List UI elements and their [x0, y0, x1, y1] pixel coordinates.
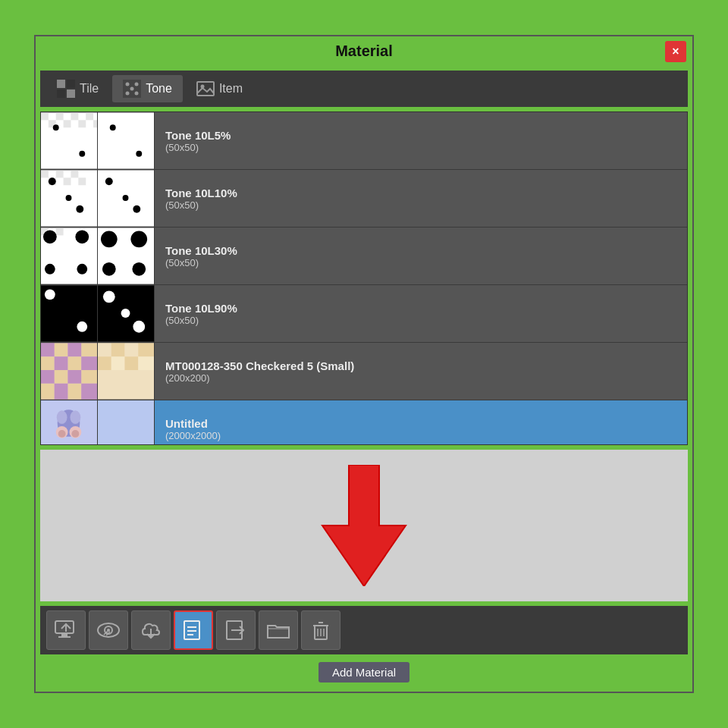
item-previews	[41, 343, 155, 400]
item-name: Tone 10L90%	[165, 302, 237, 315]
item-name: Tone 10L30%	[165, 244, 237, 257]
svg-rect-66	[68, 356, 82, 370]
svg-rect-67	[81, 356, 97, 370]
dialog-body: Tile Tone	[36, 66, 692, 692]
svg-rect-71	[81, 370, 97, 384]
svg-point-45	[45, 264, 55, 275]
svg-rect-16	[86, 113, 93, 121]
add-material-button[interactable]	[174, 610, 213, 650]
svg-point-53	[45, 289, 55, 300]
svg-rect-10	[197, 82, 214, 96]
svg-point-92	[71, 430, 79, 438]
material-dialog: Material × Tile	[34, 35, 694, 693]
item-size: (50x50)	[165, 199, 237, 211]
svg-point-38	[133, 206, 140, 213]
svg-rect-73	[55, 384, 68, 400]
svg-rect-70	[68, 370, 82, 384]
svg-point-44	[75, 230, 89, 243]
item-info: Untitled (2000x2000)	[155, 411, 231, 445]
arrow-indicator	[318, 465, 410, 586]
item-size: (50x50)	[165, 257, 237, 268]
import-view-button[interactable]	[89, 610, 128, 650]
svg-rect-0	[57, 80, 65, 88]
item-previews	[41, 285, 155, 342]
preview-2	[98, 400, 155, 444]
list-item[interactable]: MT000128-350 Checkered 5 (Small) (200x20…	[41, 343, 687, 400]
item-previews	[41, 112, 155, 169]
tab-tile-label: Tile	[80, 82, 99, 96]
svg-point-25	[136, 151, 142, 157]
close-button[interactable]: ×	[665, 41, 686, 62]
list-item-selected[interactable]: Untitled (2000x2000)	[41, 400, 687, 444]
svg-rect-31	[64, 177, 71, 185]
svg-rect-81	[98, 356, 111, 370]
svg-rect-93	[98, 401, 154, 445]
svg-point-50	[102, 262, 116, 276]
svg-rect-32	[78, 177, 86, 185]
svg-rect-97	[58, 636, 71, 638]
item-info: MT000128-350 Checkered 5 (Small) (200x20…	[155, 353, 365, 390]
tab-tone[interactable]: Tone	[112, 75, 183, 102]
export-material-button[interactable]	[216, 610, 256, 650]
svg-rect-77	[98, 344, 111, 357]
svg-point-87	[57, 410, 67, 424]
svg-point-37	[105, 177, 113, 185]
tab-tile[interactable]: Tile	[46, 75, 109, 102]
item-name: Untitled	[165, 417, 221, 430]
svg-point-91	[58, 430, 66, 438]
svg-point-88	[70, 410, 80, 424]
svg-point-49	[130, 231, 147, 247]
dialog-title: Material	[335, 42, 393, 60]
import-canvas-button[interactable]	[46, 610, 86, 650]
svg-rect-27	[41, 171, 49, 178]
item-size: (200x200)	[165, 372, 354, 384]
svg-point-58	[121, 309, 130, 318]
list-item[interactable]: Tone 10L5% (50x50)	[41, 112, 687, 170]
svg-rect-19	[78, 120, 86, 127]
svg-rect-14	[56, 113, 64, 121]
svg-point-6	[135, 83, 139, 86]
svg-rect-72	[41, 384, 55, 400]
tab-item-label: Item	[219, 82, 243, 96]
svg-rect-78	[111, 344, 125, 357]
preview-area	[40, 450, 688, 601]
material-list: Tone 10L5% (50x50)	[40, 111, 688, 445]
item-info: Tone 10L30% (50x50)	[155, 238, 248, 275]
tone-icon	[123, 80, 141, 98]
item-previews	[41, 228, 155, 284]
toolbar	[40, 606, 688, 654]
item-name: MT000128-350 Checkered 5 (Small)	[165, 359, 354, 372]
item-name: Tone 10L5%	[165, 129, 231, 142]
tooltip-area: Add Material	[40, 659, 688, 687]
svg-rect-28	[56, 171, 64, 178]
delete-material-button[interactable]	[301, 610, 340, 650]
svg-point-39	[123, 195, 129, 201]
item-size: (2000x2000)	[165, 430, 221, 441]
svg-rect-18	[64, 120, 71, 127]
svg-point-48	[101, 231, 118, 247]
svg-point-33	[49, 177, 56, 185]
preview-2	[98, 228, 155, 284]
svg-point-54	[77, 322, 87, 332]
download-material-button[interactable]	[131, 610, 171, 650]
list-item[interactable]: Tone 10L30% (50x50)	[41, 228, 687, 285]
preview-2	[98, 112, 155, 169]
svg-point-9	[130, 87, 134, 91]
svg-point-5	[126, 83, 130, 86]
preview-2	[98, 285, 155, 342]
svg-point-21	[53, 124, 59, 130]
list-item[interactable]: Tone 10L10% (50x50)	[41, 170, 687, 228]
preview-1	[41, 400, 98, 444]
open-folder-button[interactable]	[259, 610, 298, 650]
svg-point-56	[103, 290, 115, 303]
item-size: (50x50)	[165, 142, 231, 153]
svg-rect-3	[67, 89, 75, 98]
title-bar: Material ×	[36, 36, 692, 66]
item-size: (50x50)	[165, 315, 237, 326]
svg-rect-69	[55, 370, 68, 384]
preview-1	[41, 170, 98, 227]
list-item[interactable]: Tone 10L90% (50x50)	[41, 285, 687, 343]
tab-item[interactable]: Item	[186, 75, 253, 102]
list-scroll[interactable]: Tone 10L5% (50x50)	[41, 112, 687, 444]
preview-1	[41, 343, 98, 400]
